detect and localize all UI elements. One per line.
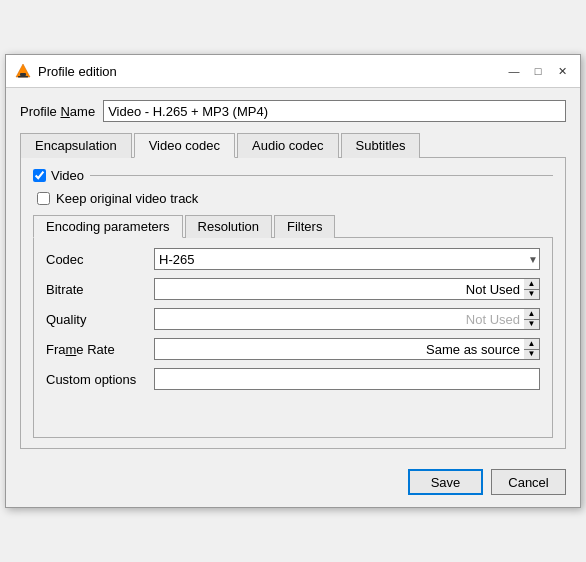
frame-rate-spinner: ▲ ▼ (154, 338, 540, 360)
main-panel: Video Keep original video track Encoding… (20, 158, 566, 449)
keep-original-label: Keep original video track (56, 191, 198, 206)
quality-increment[interactable]: ▲ (524, 309, 539, 319)
minimize-button[interactable]: — (504, 61, 524, 81)
tab-audio-codec[interactable]: Audio codec (237, 133, 339, 158)
frame-rate-input[interactable] (154, 338, 524, 360)
window-title: Profile edition (38, 64, 504, 79)
frame-rate-row: Frame Rate ▲ ▼ (46, 338, 540, 360)
frame-rate-increment[interactable]: ▲ (524, 339, 539, 349)
svg-rect-2 (18, 76, 28, 78)
footer: Save Cancel (6, 461, 580, 507)
bitrate-spinner-buttons: ▲ ▼ (524, 278, 540, 300)
vlc-icon (14, 62, 32, 80)
frame-rate-decrement[interactable]: ▼ (524, 349, 539, 360)
keep-original-checkbox[interactable] (37, 192, 50, 205)
video-label: Video (51, 168, 84, 183)
bitrate-decrement[interactable]: ▼ (524, 289, 539, 300)
video-checkbox-wrapper: Video (33, 168, 84, 183)
tab-subtitles[interactable]: Subtitles (341, 133, 421, 158)
custom-options-row: Custom options (46, 368, 540, 390)
bitrate-increment[interactable]: ▲ (524, 279, 539, 289)
quality-label: Quality (46, 312, 146, 327)
save-button[interactable]: Save (408, 469, 483, 495)
tab-encapsulation[interactable]: Encapsulation (20, 133, 132, 158)
quality-decrement[interactable]: ▼ (524, 319, 539, 330)
frame-rate-label: Frame Rate (46, 342, 146, 357)
bitrate-row: Bitrate ▲ ▼ (46, 278, 540, 300)
bitrate-spinner: ▲ ▼ (154, 278, 540, 300)
tab-video-codec[interactable]: Video codec (134, 133, 235, 158)
quality-spinner-buttons: ▲ ▼ (524, 308, 540, 330)
encoding-parameters-panel: Codec H-265 H-264 MPEG-4 MPEG-2 VP8 VP9 … (33, 238, 553, 438)
bitrate-input[interactable] (154, 278, 524, 300)
tab-encoding-parameters[interactable]: Encoding parameters (33, 215, 183, 238)
main-content: Profile Name Encapsulation Video codec A… (6, 88, 580, 461)
video-checkbox[interactable] (33, 169, 46, 182)
window-controls: — □ ✕ (504, 61, 572, 81)
frame-rate-spinner-buttons: ▲ ▼ (524, 338, 540, 360)
profile-edition-window: Profile edition — □ ✕ Profile Name Encap… (5, 54, 581, 508)
custom-options-input[interactable] (154, 368, 540, 390)
profile-name-label: Profile Name (20, 104, 95, 119)
tab-filters[interactable]: Filters (274, 215, 335, 238)
tab-resolution[interactable]: Resolution (185, 215, 272, 238)
maximize-button[interactable]: □ (528, 61, 548, 81)
codec-select-wrapper: H-265 H-264 MPEG-4 MPEG-2 VP8 VP9 ▼ (154, 248, 540, 270)
bitrate-label: Bitrate (46, 282, 146, 297)
video-section-header: Video (33, 168, 553, 183)
close-button[interactable]: ✕ (552, 61, 572, 81)
codec-label: Codec (46, 252, 146, 267)
profile-name-row: Profile Name (20, 100, 566, 122)
custom-options-label: Custom options (46, 372, 146, 387)
codec-row: Codec H-265 H-264 MPEG-4 MPEG-2 VP8 VP9 … (46, 248, 540, 270)
video-divider-line (90, 175, 553, 176)
svg-rect-1 (20, 73, 26, 76)
main-tabs: Encapsulation Video codec Audio codec Su… (20, 132, 566, 158)
title-bar: Profile edition — □ ✕ (6, 55, 580, 88)
inner-tabs: Encoding parameters Resolution Filters (33, 214, 553, 238)
quality-input[interactable] (154, 308, 524, 330)
cancel-button[interactable]: Cancel (491, 469, 566, 495)
profile-name-input[interactable] (103, 100, 566, 122)
quality-spinner: ▲ ▼ (154, 308, 540, 330)
codec-select[interactable]: H-265 H-264 MPEG-4 MPEG-2 VP8 VP9 (154, 248, 540, 270)
quality-row: Quality ▲ ▼ (46, 308, 540, 330)
keep-original-row: Keep original video track (33, 191, 553, 206)
